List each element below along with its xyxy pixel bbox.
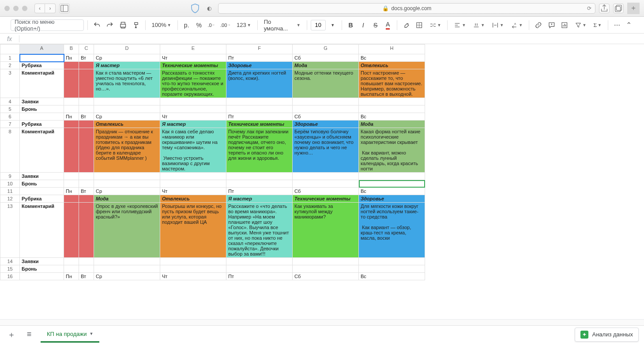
- sheet-tab[interactable]: КП на продажи ▼: [41, 327, 99, 343]
- cell[interactable]: Диета для крепких ногтей (волос, кожи).: [226, 69, 293, 98]
- row-header[interactable]: 3: [0, 69, 20, 98]
- cell[interactable]: Я мастер: [94, 62, 160, 69]
- row-header[interactable]: 7: [0, 121, 20, 128]
- cell[interactable]: Опрос в духе «королевский френч или голл…: [94, 203, 160, 258]
- cell[interactable]: Вс: [359, 113, 425, 121]
- italic-button[interactable]: I: [358, 19, 369, 31]
- column-header[interactable]: F: [226, 45, 293, 54]
- cell[interactable]: Пт: [226, 54, 293, 62]
- column-header[interactable]: G: [293, 45, 359, 54]
- cell[interactable]: [64, 258, 79, 265]
- percent-format[interactable]: %: [194, 19, 204, 31]
- v-align-button[interactable]: ▼: [470, 19, 487, 31]
- font-select[interactable]: По умолча...▼: [261, 19, 303, 31]
- cell[interactable]: [293, 173, 359, 180]
- cell[interactable]: [160, 180, 226, 188]
- cell[interactable]: Пост настроение — расскажите то, что пов…: [359, 69, 425, 98]
- column-header[interactable]: C: [79, 45, 94, 54]
- cell[interactable]: Пт: [226, 273, 293, 280]
- cell[interactable]: Чт: [160, 54, 226, 62]
- cell[interactable]: Комментарий: [20, 128, 64, 173]
- cell[interactable]: [160, 265, 226, 273]
- row-header[interactable]: 12: [0, 195, 20, 203]
- cell[interactable]: [226, 180, 293, 188]
- corner-cell[interactable]: [0, 45, 20, 54]
- cell[interactable]: Ср: [94, 54, 160, 62]
- cell[interactable]: Как ухаживать за кутикулой между маникюр…: [293, 203, 359, 258]
- cell[interactable]: [160, 106, 226, 113]
- cell[interactable]: Для мягкости кожи вокруг ногтей использу…: [359, 203, 425, 258]
- cell[interactable]: [79, 203, 94, 258]
- cell[interactable]: [79, 265, 94, 273]
- cell[interactable]: Мода: [94, 195, 160, 203]
- row-header[interactable]: 8: [0, 128, 20, 173]
- cell[interactable]: Пн: [64, 188, 79, 195]
- number-format-select[interactable]: 123▼: [234, 19, 254, 31]
- cell[interactable]: Вт: [79, 273, 94, 280]
- cell[interactable]: [94, 265, 160, 273]
- cell[interactable]: Сб: [293, 113, 359, 121]
- fill-color-button[interactable]: [401, 19, 412, 31]
- cell[interactable]: Розыгрыш или конкурс, но пусть призом бу…: [160, 203, 226, 258]
- cell[interactable]: Комментарий: [20, 69, 64, 98]
- cell[interactable]: Рассказать о тонкостях дезинфекции — пок…: [160, 69, 226, 98]
- new-tab-button[interactable]: ＋: [627, 3, 640, 14]
- cell[interactable]: Мода: [359, 121, 425, 128]
- menu-search[interactable]: Поиск по меню (Option+/): [11, 19, 84, 31]
- cell[interactable]: [160, 98, 226, 106]
- cell[interactable]: Технические моменты: [293, 195, 359, 203]
- column-header[interactable]: H: [359, 45, 425, 54]
- cell[interactable]: Вт: [79, 188, 94, 195]
- reload-icon[interactable]: ⟳: [587, 5, 591, 11]
- cell[interactable]: Пн: [64, 113, 79, 121]
- cell[interactable]: [226, 106, 293, 113]
- add-sheet-button[interactable]: ＋: [5, 328, 18, 341]
- cell[interactable]: Как я сама себе делаю «маникюр или окраш…: [160, 128, 226, 173]
- cell[interactable]: Здоровье: [359, 195, 425, 203]
- cell[interactable]: [64, 128, 79, 173]
- cell[interactable]: [79, 180, 94, 188]
- cell[interactable]: Сб: [293, 273, 359, 280]
- row-header[interactable]: 4: [0, 98, 20, 106]
- collapse-toolbar[interactable]: ⌃: [624, 19, 633, 31]
- row-header[interactable]: 13: [0, 203, 20, 258]
- formula-input[interactable]: [19, 34, 644, 44]
- row-header[interactable]: 15: [0, 265, 20, 273]
- cell[interactable]: Ср: [94, 188, 160, 195]
- row-header[interactable]: 6: [0, 113, 20, 121]
- cell[interactable]: [79, 106, 94, 113]
- insert-link-button[interactable]: [533, 19, 544, 31]
- cell[interactable]: Рубрика: [20, 195, 64, 203]
- cell[interactable]: [79, 62, 94, 69]
- shield-icon[interactable]: [190, 4, 200, 13]
- cell[interactable]: [160, 173, 226, 180]
- row-header[interactable]: 11: [0, 188, 20, 195]
- horizontal-scroll-track[interactable]: [0, 319, 644, 325]
- cell[interactable]: Заявки: [20, 98, 64, 106]
- h-align-button[interactable]: ▼: [451, 19, 468, 31]
- cell[interactable]: [293, 180, 359, 188]
- row-header[interactable]: 14: [0, 258, 20, 265]
- cell[interactable]: [359, 98, 425, 106]
- cell[interactable]: Берём типовую болячку «заусенцы» и объяс…: [293, 128, 359, 173]
- cell[interactable]: Отвлекись: [359, 62, 425, 69]
- undo-button[interactable]: [91, 19, 102, 31]
- cell[interactable]: Чт: [160, 273, 226, 280]
- cell[interactable]: Комментарий: [20, 203, 64, 258]
- cell[interactable]: [64, 98, 79, 106]
- cell[interactable]: [79, 173, 94, 180]
- cell[interactable]: [64, 195, 79, 203]
- cell[interactable]: [359, 106, 425, 113]
- cell[interactable]: [79, 98, 94, 106]
- cell[interactable]: Заявки: [20, 173, 64, 180]
- merge-cells-button[interactable]: ▼: [427, 19, 444, 31]
- cell[interactable]: [293, 265, 359, 273]
- cell[interactable]: Отвлекись: [94, 121, 160, 128]
- cell[interactable]: Технические моменты: [226, 121, 293, 128]
- cell[interactable]: Бронь: [20, 180, 64, 188]
- traffic-min[interactable]: [13, 6, 19, 11]
- cell[interactable]: [94, 106, 160, 113]
- print-button[interactable]: [117, 19, 128, 31]
- column-header[interactable]: E: [160, 45, 226, 54]
- column-header[interactable]: B: [64, 45, 79, 54]
